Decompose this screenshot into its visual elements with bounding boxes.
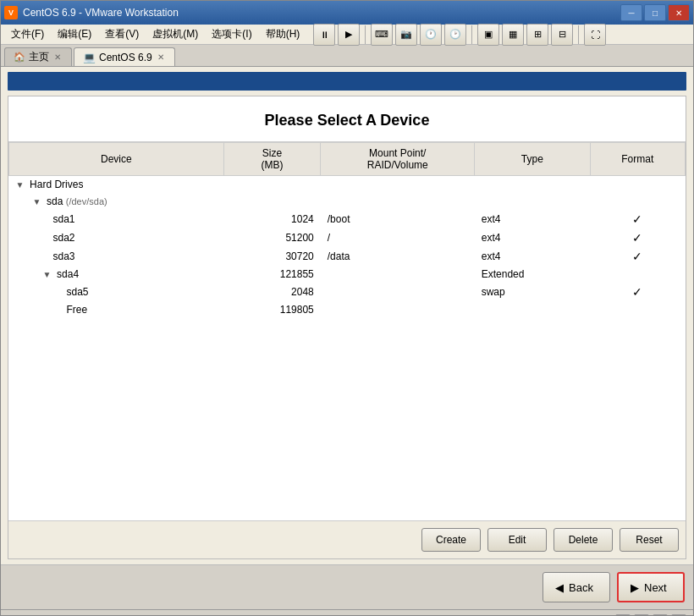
separator-2 xyxy=(471,25,472,44)
table-row[interactable]: sda1 1024 /boot ext4 ✓ xyxy=(9,210,686,228)
next-button[interactable]: ▶ Next xyxy=(617,572,685,602)
table-row[interactable]: sda3 30720 /data ext4 ✓ xyxy=(9,247,686,266)
device-cell: sda5 xyxy=(9,283,224,301)
size-cell: 30720 xyxy=(223,247,321,266)
type-cell: swap xyxy=(475,283,590,301)
format-cell: ✓ xyxy=(590,247,685,266)
menu-bar: 文件(F) 编辑(E) 查看(V) 虚拟机(M) 选项卡(I) 帮助(H) ⏸ … xyxy=(1,25,693,45)
type-cell: ext4 xyxy=(475,228,590,247)
format-cell xyxy=(590,301,685,318)
window-title: CentOS 6.9 - VMware Workstation xyxy=(23,7,620,19)
menu-view[interactable]: 查看(V) xyxy=(98,25,146,43)
clock-button[interactable]: 🕐 xyxy=(420,24,442,46)
edit-button[interactable]: Edit xyxy=(487,528,547,552)
centos-icon: 💻 xyxy=(83,52,96,63)
reset-button[interactable]: Reset xyxy=(620,528,679,552)
device-cell: ▼ sda (/dev/sda) xyxy=(9,193,224,210)
menu-help[interactable]: 帮助(H) xyxy=(259,25,307,43)
table-row[interactable]: ▼ sda (/dev/sda) xyxy=(9,193,686,210)
next-label: Next xyxy=(644,581,667,594)
separator-1 xyxy=(365,25,366,44)
nav-row: ◀ Back ▶ Next xyxy=(1,564,693,609)
menu-edit[interactable]: 编辑(E) xyxy=(51,25,98,43)
device-cell: ▼ sda4 xyxy=(9,266,224,283)
view3-button[interactable]: ⊞ xyxy=(526,24,548,46)
content-box: Please Select A Device Device Size(MB) M… xyxy=(8,96,686,559)
minimize-button[interactable]: ─ xyxy=(620,4,642,21)
size-cell: 51200 xyxy=(223,228,321,247)
expand-icon: ▼ xyxy=(33,197,41,206)
action-row: Create Edit Delete Reset xyxy=(8,520,686,558)
main-area: Please Select A Device Device Size(MB) M… xyxy=(1,67,693,564)
tab-centos[interactable]: 💻 CentOS 6.9 ✕ xyxy=(74,47,175,66)
menu-tab[interactable]: 选项卡(I) xyxy=(205,25,258,43)
tab-centos-close[interactable]: ✕ xyxy=(156,52,166,62)
status-bar: 要将输入定向到该虚拟机，请在虚拟机内部单击或按 Ctrl+G。 🖥 ⚙ 📊 🔌 xyxy=(1,609,693,616)
type-cell xyxy=(475,301,590,318)
format-cell xyxy=(590,193,685,210)
window-controls: ─ □ ✕ xyxy=(620,4,690,21)
snapshot-button[interactable]: 📷 xyxy=(395,24,417,46)
tab-bar: 🏠 主页 ✕ 💻 CentOS 6.9 ✕ xyxy=(1,45,693,67)
tab-home-close[interactable]: ✕ xyxy=(52,52,63,62)
send-keys-button[interactable]: ⌨ xyxy=(371,24,393,46)
size-cell: 1024 xyxy=(223,210,321,228)
device-cell: sda2 xyxy=(9,228,224,247)
mount-cell xyxy=(321,283,475,301)
tab-home[interactable]: 🏠 主页 ✕ xyxy=(4,47,72,66)
next-arrow-icon: ▶ xyxy=(631,581,639,594)
maximize-button[interactable]: □ xyxy=(644,4,666,21)
table-row[interactable]: ▼ sda4 121855 Extended xyxy=(9,266,686,283)
col-size: Size(MB) xyxy=(223,143,321,176)
tab-home-label: 主页 xyxy=(29,50,49,64)
play-button[interactable]: ▶ xyxy=(338,24,360,46)
menu-file[interactable]: 文件(F) xyxy=(4,25,51,43)
delete-button[interactable]: Delete xyxy=(554,528,613,552)
menu-vm[interactable]: 虚拟机(M) xyxy=(146,25,205,43)
format-cell xyxy=(590,266,685,283)
device-table: Device Size(MB) Mount Point/RAID/Volume … xyxy=(8,142,686,318)
format-cell: ✓ xyxy=(590,210,685,228)
table-header-row: Device Size(MB) Mount Point/RAID/Volume … xyxy=(9,143,686,176)
close-button[interactable]: ✕ xyxy=(668,4,690,21)
clock2-button[interactable]: 🕑 xyxy=(444,24,466,46)
device-table-container: Device Size(MB) Mount Point/RAID/Volume … xyxy=(8,141,686,520)
device-cell: sda3 xyxy=(9,247,224,266)
table-row[interactable]: ▼ Hard Drives xyxy=(9,176,686,194)
size-cell: 2048 xyxy=(223,283,321,301)
back-button[interactable]: ◀ Back xyxy=(543,572,610,602)
view1-button[interactable]: ▣ xyxy=(477,24,499,46)
mount-cell xyxy=(321,176,475,194)
table-row[interactable]: sda5 2048 swap ✓ xyxy=(9,283,686,301)
expand-icon: ▼ xyxy=(43,270,52,279)
create-button[interactable]: Create xyxy=(421,528,481,552)
tab-centos-label: CentOS 6.9 xyxy=(99,52,152,63)
col-type: Type xyxy=(475,143,590,176)
table-row[interactable]: Free 119805 xyxy=(9,301,686,318)
mount-cell: /data xyxy=(321,247,475,266)
expand-icon: ▼ xyxy=(16,180,25,190)
pause-button[interactable]: ⏸ xyxy=(313,24,335,46)
device-cell: Free xyxy=(9,301,224,318)
device-cell: sda1 xyxy=(9,210,224,228)
back-arrow-icon: ◀ xyxy=(555,581,564,594)
mount-cell: /boot xyxy=(321,210,475,228)
home-icon: 🏠 xyxy=(14,52,25,63)
type-cell: Extended xyxy=(475,266,590,283)
title-bar: V CentOS 6.9 - VMware Workstation ─ □ ✕ xyxy=(1,1,693,25)
type-cell xyxy=(475,193,590,210)
blue-header-bar xyxy=(8,72,686,91)
view4-button[interactable]: ⊟ xyxy=(551,24,573,46)
col-device: Device xyxy=(9,143,224,176)
fullscreen-button[interactable]: ⛶ xyxy=(584,24,606,46)
size-cell: 119805 xyxy=(223,301,321,318)
table-row[interactable]: sda2 51200 / ext4 ✓ xyxy=(9,228,686,247)
type-cell: ext4 xyxy=(475,247,590,266)
view2-button[interactable]: ▦ xyxy=(502,24,524,46)
mount-cell xyxy=(321,266,475,283)
size-cell xyxy=(223,176,321,194)
mount-cell xyxy=(321,301,475,318)
page-title: Please Select A Device xyxy=(8,96,686,141)
format-cell: ✓ xyxy=(590,283,685,301)
type-cell xyxy=(475,176,590,194)
